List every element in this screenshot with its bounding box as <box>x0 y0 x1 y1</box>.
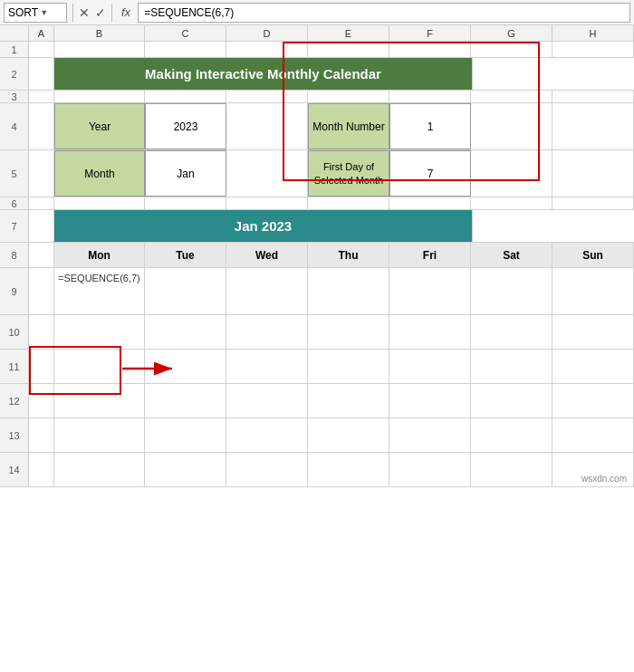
cell-b1[interactable] <box>54 42 145 57</box>
cell-g9[interactable] <box>471 268 552 314</box>
cell-a9[interactable] <box>29 268 54 314</box>
cell-b12[interactable] <box>54 384 145 418</box>
cell-d9[interactable] <box>226 268 308 314</box>
cell-e1[interactable] <box>308 42 389 57</box>
cell-a5[interactable] <box>29 150 54 197</box>
cell-e13[interactable] <box>308 418 389 452</box>
cell-g10[interactable] <box>471 315 552 349</box>
cell-d6[interactable] <box>226 197 308 209</box>
cell-d12[interactable] <box>226 384 308 418</box>
col-header-c[interactable]: C <box>145 25 226 41</box>
cell-a10[interactable] <box>29 315 54 349</box>
col-header-d[interactable]: D <box>226 25 308 41</box>
cell-mon-header[interactable]: Mon <box>54 243 145 267</box>
cell-formula-b9[interactable]: =SEQUENCE(6,7) <box>54 268 145 314</box>
title-cell[interactable]: Making Interactive Monthly Calendar <box>54 58 473 90</box>
cell-g6[interactable] <box>471 197 552 209</box>
cell-a7[interactable] <box>29 210 54 242</box>
cell-first-day-value[interactable]: 7 <box>389 150 471 197</box>
confirm-icon[interactable]: ✓ <box>95 5 106 20</box>
cell-b6[interactable] <box>54 197 145 209</box>
cell-e14[interactable] <box>308 453 389 486</box>
cell-d1[interactable] <box>226 42 308 57</box>
cell-b11[interactable] <box>54 350 145 383</box>
cell-h10[interactable] <box>552 315 634 349</box>
cell-f3[interactable] <box>389 91 471 102</box>
cell-first-day-label[interactable]: First Day of Selected Month <box>308 150 389 197</box>
cell-d10[interactable] <box>226 315 308 349</box>
cell-tue-header[interactable]: Tue <box>145 243 226 267</box>
cell-a8[interactable] <box>29 243 54 267</box>
cell-h6[interactable] <box>552 197 634 209</box>
formula-input[interactable] <box>138 3 630 23</box>
cell-h3[interactable] <box>552 91 634 102</box>
cell-a3[interactable] <box>29 91 54 102</box>
cell-d3[interactable] <box>226 91 308 102</box>
cell-d4[interactable] <box>226 103 308 149</box>
calendar-month-header[interactable]: Jan 2023 <box>54 210 473 242</box>
name-box-dropdown-icon[interactable]: ▼ <box>40 8 48 17</box>
cell-g14[interactable] <box>471 453 552 486</box>
cell-f6[interactable] <box>389 197 471 209</box>
cell-c13[interactable] <box>145 418 226 452</box>
cell-f10[interactable] <box>389 315 471 349</box>
cell-h9[interactable] <box>552 268 634 314</box>
cell-a4[interactable] <box>29 103 54 149</box>
cell-f11[interactable] <box>389 350 471 383</box>
cell-f1[interactable] <box>389 42 471 57</box>
cell-g13[interactable] <box>471 418 552 452</box>
cell-c9[interactable] <box>145 268 226 314</box>
cell-a14[interactable] <box>29 453 54 486</box>
cell-g5[interactable] <box>471 150 552 197</box>
cell-g11[interactable] <box>471 350 552 383</box>
cell-g12[interactable] <box>471 384 552 418</box>
cell-a1[interactable] <box>29 42 54 57</box>
cell-a2[interactable] <box>29 58 54 90</box>
cell-d13[interactable] <box>226 418 308 452</box>
cell-b3[interactable] <box>54 91 145 102</box>
cell-b13[interactable] <box>54 418 145 452</box>
col-header-a[interactable]: A <box>29 25 54 41</box>
cell-a12[interactable] <box>29 384 54 418</box>
cell-b10[interactable] <box>54 315 145 349</box>
cell-a6[interactable] <box>29 197 54 209</box>
cell-month-number-label[interactable]: Month Number <box>308 103 389 149</box>
col-header-h[interactable]: H <box>552 25 634 41</box>
cell-c1[interactable] <box>145 42 226 57</box>
cell-c14[interactable] <box>145 453 226 486</box>
cell-b14[interactable] <box>54 453 145 486</box>
name-box[interactable]: SORT ▼ <box>4 3 67 23</box>
cell-e10[interactable] <box>308 315 389 349</box>
cell-f9[interactable] <box>389 268 471 314</box>
col-header-g[interactable]: G <box>471 25 552 41</box>
col-header-e[interactable]: E <box>308 25 389 41</box>
cell-month-number-value[interactable]: 1 <box>389 103 471 149</box>
cell-c10[interactable] <box>145 315 226 349</box>
cell-thu-header[interactable]: Thu <box>308 243 389 267</box>
cell-e3[interactable] <box>308 91 389 102</box>
cell-d11[interactable] <box>226 350 308 383</box>
cell-wed-header[interactable]: Wed <box>226 243 308 267</box>
cell-sat-header[interactable]: Sat <box>471 243 552 267</box>
cell-h1[interactable] <box>552 42 634 57</box>
cell-g1[interactable] <box>471 42 552 57</box>
cell-g3[interactable] <box>471 91 552 102</box>
col-header-b[interactable]: B <box>54 25 145 41</box>
cell-h4[interactable] <box>552 103 634 149</box>
cell-d5[interactable] <box>226 150 308 197</box>
cell-c6[interactable] <box>145 197 226 209</box>
cell-h5[interactable] <box>552 150 634 197</box>
cell-e6[interactable] <box>308 197 389 209</box>
cancel-icon[interactable]: ✕ <box>79 5 90 20</box>
cell-e11[interactable] <box>308 350 389 383</box>
cell-fri-header[interactable]: Fri <box>389 243 471 267</box>
cell-sun-header[interactable]: Sun <box>552 243 634 267</box>
cell-f12[interactable] <box>389 384 471 418</box>
cell-g4[interactable] <box>471 103 552 149</box>
cell-c11[interactable] <box>145 350 226 383</box>
cell-e12[interactable] <box>308 384 389 418</box>
cell-d14[interactable] <box>226 453 308 486</box>
cell-c12[interactable] <box>145 384 226 418</box>
col-header-f[interactable]: F <box>389 25 471 41</box>
cell-f13[interactable] <box>389 418 471 452</box>
